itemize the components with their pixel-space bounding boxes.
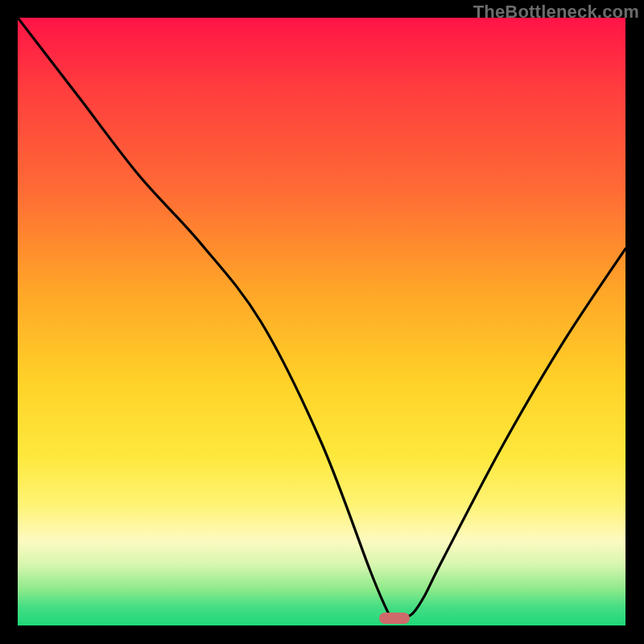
optimal-marker bbox=[379, 613, 410, 624]
bottleneck-curve bbox=[18, 18, 625, 625]
curve-path bbox=[18, 18, 625, 620]
chart-container: TheBottleneck.com bbox=[0, 0, 644, 644]
plot-area bbox=[18, 18, 625, 625]
